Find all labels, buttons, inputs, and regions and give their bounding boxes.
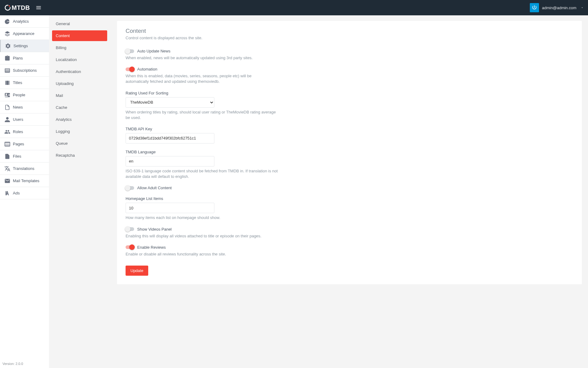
doc-icon: [4, 104, 10, 110]
setting-rating-sort: Rating Used For Sorting TheMovieDB When …: [126, 91, 279, 121]
primary-sidebar: AnalyticsAppearanceSettingsPlansSubscrip…: [0, 15, 49, 368]
show-videos-help: Enabling this will display all videos at…: [126, 233, 279, 239]
mail-icon: [4, 178, 10, 184]
sidebar-item-label: People: [13, 93, 25, 97]
automation-help: When this is enabled, data (movies, seri…: [126, 73, 254, 84]
allow-adult-label: Allow Adult Content: [137, 186, 172, 190]
sidebar-item-roles[interactable]: Roles: [0, 126, 49, 138]
sidebar-item-label: Roles: [13, 129, 23, 134]
page-subtitle: Control content is displayed across the …: [126, 36, 573, 40]
sidebar-item-pages[interactable]: Pages: [0, 138, 49, 150]
ads-icon: [4, 190, 10, 196]
sidebar-item-label: Users: [13, 117, 23, 122]
rating-sort-help: When ordering titles by rating, should l…: [126, 109, 279, 121]
settings-tab-billing[interactable]: Billing: [52, 42, 107, 53]
chevron-down-icon: [581, 6, 584, 9]
badge-icon: [4, 92, 10, 98]
sidebar-item-label: Files: [13, 154, 21, 159]
auto-update-news-toggle[interactable]: [126, 49, 134, 53]
header-user-area[interactable]: admin@admin.com: [530, 3, 584, 12]
sidebar-item-subscriptions[interactable]: Subscriptions: [0, 64, 49, 77]
setting-enable-reviews: Enable Reviews Enable or disable all rev…: [126, 245, 279, 257]
film-icon: [4, 80, 10, 86]
sidebar-item-label: Plans: [13, 56, 23, 60]
sidebar-item-label: Translations: [13, 166, 34, 171]
sidebar-item-titles[interactable]: Titles: [0, 77, 49, 89]
enable-reviews-toggle[interactable]: [126, 245, 134, 249]
settings-tab-content[interactable]: Content: [52, 30, 107, 41]
sidebar-item-settings[interactable]: Settings: [0, 40, 49, 52]
avatar: [530, 3, 539, 12]
settings-tab-analytics[interactable]: Analytics: [52, 114, 107, 125]
person-icon: [4, 117, 10, 123]
settings-tab-uploading[interactable]: Uploading: [52, 78, 107, 89]
sidebar-item-files[interactable]: Files: [0, 150, 49, 163]
sidebar-item-label: Appearance: [13, 31, 34, 36]
page-icon: [4, 141, 10, 147]
sidebar-item-label: Ads: [13, 191, 20, 195]
sidebar-item-analytics[interactable]: Analytics: [0, 15, 49, 28]
logo-icon: [4, 4, 11, 11]
allow-adult-toggle[interactable]: [126, 186, 134, 190]
sidebar-item-ads[interactable]: Ads: [0, 187, 49, 199]
sidebar-item-news[interactable]: News: [0, 101, 49, 113]
sidebar-item-users[interactable]: Users: [0, 113, 49, 126]
sidebar-item-plans[interactable]: Plans: [0, 52, 49, 64]
homepage-items-help: How many items each list on homepage sho…: [126, 215, 279, 220]
automation-toggle[interactable]: [126, 67, 134, 71]
settings-tab-mail[interactable]: Mail: [52, 90, 107, 101]
homepage-items-label: Homepage List Items: [126, 196, 279, 201]
content-card: Content Control content is displayed acr…: [117, 21, 582, 284]
rating-sort-select[interactable]: TheMovieDB: [126, 97, 214, 108]
enable-reviews-help: Enable or disable all reviews functional…: [126, 251, 279, 257]
update-button[interactable]: Update: [126, 266, 148, 276]
settings-tab-cache[interactable]: Cache: [52, 102, 107, 113]
show-videos-label: Show Videos Panel: [137, 227, 172, 232]
group-icon: [4, 129, 10, 135]
settings-tab-queue[interactable]: Queue: [52, 138, 107, 149]
settings-tab-recaptcha[interactable]: Recaptcha: [52, 150, 107, 161]
sidebar-item-label: Pages: [13, 142, 24, 146]
sidebar-item-mail-templates[interactable]: Mail Templates: [0, 175, 49, 187]
auto-update-news-label: Auto Update News: [137, 49, 170, 53]
menu-toggle-button[interactable]: [36, 5, 42, 11]
settings-tab-localization[interactable]: Localization: [52, 54, 107, 65]
sidebar-item-label: Analytics: [13, 19, 29, 24]
automation-label: Automation: [137, 67, 157, 71]
setting-tmdb-lang: TMDB Language ISO 639-1 language code co…: [126, 150, 279, 179]
tmdb-key-label: TMDB API Key: [126, 127, 279, 131]
settings-tab-logging[interactable]: Logging: [52, 126, 107, 137]
clipboard-icon: [4, 55, 10, 61]
sidebar-item-translations[interactable]: Translations: [0, 163, 49, 175]
header: MTDB admin@admin.com: [0, 0, 588, 15]
settings-sub-sidebar: GeneralContentBillingLocalizationAuthent…: [49, 15, 110, 165]
tmdb-lang-label: TMDB Language: [126, 150, 279, 154]
subs-icon: [4, 67, 10, 74]
setting-homepage-items: Homepage List Items How many items each …: [126, 196, 279, 220]
setting-allow-adult: Allow Adult Content: [126, 186, 279, 190]
sidebar-item-label: Mail Templates: [13, 178, 39, 183]
sidebar-item-label: Settings: [13, 44, 28, 48]
show-videos-toggle[interactable]: [126, 227, 134, 231]
tmdb-lang-input[interactable]: [126, 156, 214, 167]
app-name: MTDB: [12, 4, 30, 11]
tmdb-key-input[interactable]: [126, 133, 214, 144]
settings-tab-general[interactable]: General: [52, 18, 107, 29]
user-email: admin@admin.com: [542, 6, 576, 10]
rating-sort-label: Rating Used For Sorting: [126, 91, 279, 95]
sidebar-item-people[interactable]: People: [0, 89, 49, 101]
setting-tmdb-key: TMDB API Key: [126, 127, 279, 144]
homepage-items-input[interactable]: [126, 203, 214, 213]
power-icon: [531, 5, 537, 11]
version-label: Version: 2.0.0: [2, 362, 23, 366]
settings-tab-authentication[interactable]: Authentication: [52, 66, 107, 77]
setting-show-videos: Show Videos Panel Enabling this will dis…: [126, 227, 279, 239]
layers-icon: [4, 31, 10, 37]
app-logo[interactable]: MTDB: [4, 4, 30, 11]
gear-icon: [5, 43, 11, 49]
auto-update-news-help: When enabled, news will be automatically…: [126, 55, 279, 61]
page-title: Content: [126, 28, 573, 34]
enable-reviews-label: Enable Reviews: [137, 245, 166, 250]
sidebar-item-appearance[interactable]: Appearance: [0, 28, 49, 40]
file-icon: [4, 153, 10, 159]
